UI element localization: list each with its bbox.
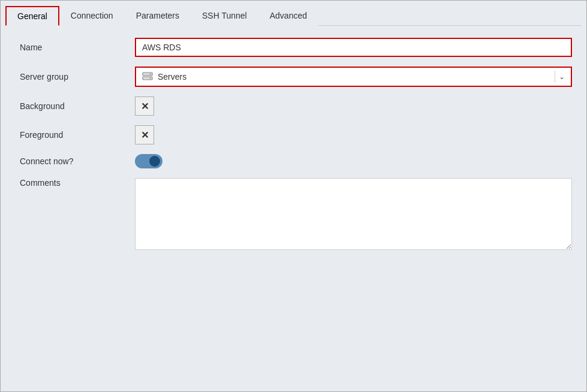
- background-color-picker[interactable]: ✕: [135, 97, 154, 116]
- tab-bar: General Connection Parameters SSH Tunnel…: [5, 5, 582, 26]
- server-group-value: Servers: [158, 72, 551, 82]
- name-input[interactable]: [135, 38, 572, 57]
- tab-ssh-tunnel[interactable]: SSH Tunnel: [191, 6, 258, 26]
- name-row: Name: [15, 38, 572, 57]
- server-group-divider: [555, 71, 555, 83]
- toggle-track: [135, 154, 162, 168]
- comments-wrapper: [135, 178, 572, 252]
- foreground-row: Foreground ✕: [15, 125, 572, 144]
- connect-now-row: Connect now?: [15, 154, 572, 168]
- svg-point-3: [150, 78, 151, 79]
- dialog-container: General Connection Parameters SSH Tunnel…: [0, 0, 587, 392]
- connect-now-label: Connect now?: [15, 156, 135, 166]
- connect-now-toggle[interactable]: [135, 154, 162, 168]
- server-icon: [142, 71, 153, 83]
- server-group-selector[interactable]: Servers ⌄: [135, 67, 572, 87]
- foreground-color-picker[interactable]: ✕: [135, 125, 154, 144]
- svg-point-2: [150, 74, 151, 75]
- tab-connection[interactable]: Connection: [59, 6, 125, 26]
- tab-advanced[interactable]: Advanced: [258, 6, 318, 26]
- name-label: Name: [15, 43, 135, 52]
- background-label: Background: [15, 101, 135, 111]
- comments-textarea[interactable]: [135, 178, 572, 250]
- background-x-icon: ✕: [141, 101, 149, 112]
- chevron-down-icon[interactable]: ⌄: [559, 73, 565, 81]
- svg-rect-0: [143, 73, 152, 76]
- comments-label: Comments: [15, 178, 135, 188]
- background-row: Background ✕: [15, 97, 572, 116]
- foreground-x-icon: ✕: [141, 129, 149, 141]
- foreground-label: Foreground: [15, 130, 135, 140]
- toggle-thumb: [149, 156, 160, 167]
- name-input-wrapper: [135, 38, 572, 57]
- form-area: Name Server group Servers ⌄: [5, 26, 582, 387]
- comments-row: Comments: [15, 178, 572, 252]
- server-group-row: Server group Servers ⌄: [15, 67, 572, 87]
- server-group-label: Server group: [15, 72, 135, 82]
- tab-parameters[interactable]: Parameters: [125, 6, 191, 26]
- svg-rect-1: [143, 77, 152, 80]
- tab-general[interactable]: General: [5, 6, 59, 26]
